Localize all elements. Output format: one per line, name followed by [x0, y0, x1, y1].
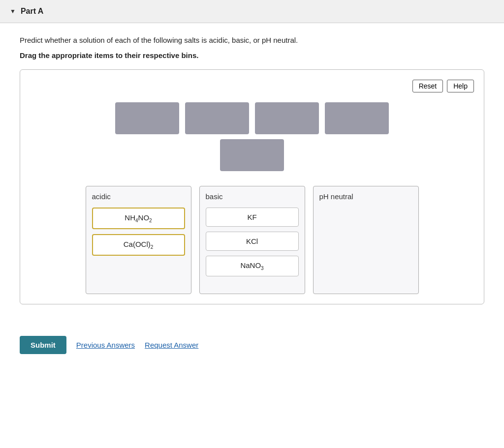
main-content: Predict whether a solution of each of th…	[0, 23, 504, 328]
bin-acidic[interactable]: acidic NH4NO2 Ca(OCl)2	[86, 186, 191, 294]
bin-basic-label: basic	[206, 192, 299, 201]
bin-acidic-label: acidic	[92, 192, 185, 201]
chem-kcl: KCl	[246, 237, 258, 245]
instruction-text: Predict whether a solution of each of th…	[20, 35, 484, 46]
previous-answers-button[interactable]: Previous Answers	[76, 341, 135, 349]
drag-placeholder-4[interactable]	[325, 102, 389, 134]
reset-button[interactable]: Reset	[412, 80, 443, 92]
drag-placeholder-3[interactable]	[255, 102, 319, 134]
bin-item-kf[interactable]: KF	[206, 208, 299, 227]
chem-nano3: NaNO3	[240, 261, 263, 269]
bin-item-nh4no2[interactable]: NH4NO2	[92, 208, 185, 229]
bins-row: acidic NH4NO2 Ca(OCl)2 basic KF KCl NaN	[30, 186, 474, 294]
bottom-bar: Submit Previous Answers Request Answer	[0, 328, 504, 362]
draggable-items-row1	[30, 102, 474, 134]
top-controls: Reset Help	[30, 80, 474, 92]
bin-item-kcl[interactable]: KCl	[206, 232, 299, 251]
chem-kf: KF	[247, 213, 256, 221]
draggable-items-row2	[30, 139, 474, 171]
drag-placeholder-1[interactable]	[115, 102, 179, 134]
bin-ph-neutral[interactable]: pH neutral	[313, 186, 419, 294]
part-header: ▼ Part A	[0, 0, 504, 23]
bin-basic[interactable]: basic KF KCl NaNO3	[199, 186, 305, 294]
chem-nh4no2: NH4NO2	[125, 213, 152, 222]
help-button[interactable]: Help	[447, 80, 474, 92]
bin-item-nano3[interactable]: NaNO3	[206, 256, 299, 276]
drag-instruction: Drag the appropriate items to their resp…	[20, 51, 484, 60]
drag-placeholder-2[interactable]	[185, 102, 249, 134]
chem-caocl2: Ca(OCl)2	[124, 240, 154, 248]
submit-button[interactable]: Submit	[20, 336, 66, 354]
bin-ph-neutral-label: pH neutral	[319, 192, 412, 201]
part-title: Part A	[21, 7, 44, 16]
chevron-icon[interactable]: ▼	[10, 8, 16, 15]
request-answer-button[interactable]: Request Answer	[145, 341, 198, 349]
drag-placeholder-5[interactable]	[220, 139, 284, 171]
drag-area: Reset Help acidic NH4NO2 Ca(OCl)2	[20, 69, 484, 304]
bin-item-caocl2[interactable]: Ca(OCl)2	[92, 234, 185, 256]
